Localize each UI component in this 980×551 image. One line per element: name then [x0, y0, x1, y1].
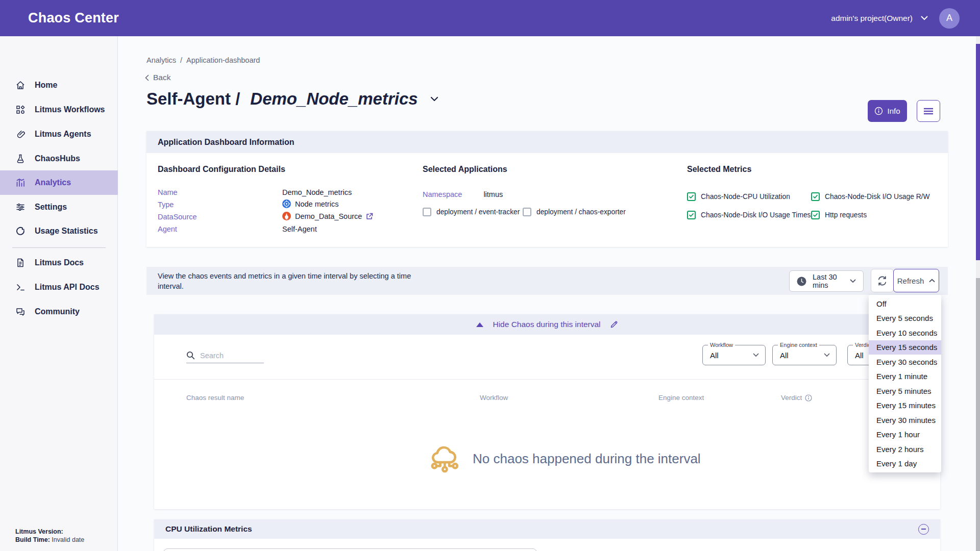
- refresh-now-button[interactable]: [871, 269, 894, 292]
- sidebar-item-usage-statistics[interactable]: Usage Statistics: [0, 219, 118, 243]
- menu-item-every-5-seconds[interactable]: Every 5 seconds: [869, 311, 941, 326]
- refresh-interval-dropdown[interactable]: Refresh: [893, 269, 939, 292]
- name-label: Name: [158, 188, 178, 196]
- chevron-down-icon: [850, 279, 856, 283]
- analytics-icon: [15, 178, 26, 188]
- dashboard-options-button[interactable]: [917, 100, 940, 122]
- config-details-title: Dashboard Configuration Details: [158, 165, 285, 174]
- checkbox-unchecked[interactable]: [423, 208, 431, 216]
- column-workflow: Workflow: [480, 394, 508, 402]
- info-button[interactable]: Info: [868, 100, 907, 122]
- cpu-chart-panel: [163, 548, 537, 551]
- sidebar-item-settings[interactable]: Settings: [0, 195, 118, 219]
- workflows-icon: [15, 105, 26, 115]
- metric-checkbox-disk-rw[interactable]: Chaos-Node-Disk I/O Usage R/W: [811, 192, 929, 201]
- project-selector[interactable]: admin's project(Owner): [831, 14, 928, 23]
- scrollbar-thumb[interactable]: [976, 44, 980, 260]
- clock-icon: [797, 277, 806, 286]
- menu-item-every-2-hours[interactable]: Every 2 hours: [869, 442, 941, 457]
- sidebar-item-chaoshubs[interactable]: ChaosHubs: [0, 146, 118, 171]
- menu-item-every-1-day[interactable]: Every 1 day: [869, 457, 941, 471]
- selected-metrics-title: Selected Metrics: [687, 165, 751, 174]
- hide-chaos-toggle[interactable]: Hide Chaos during this interval: [493, 320, 600, 329]
- document-icon: [15, 258, 26, 268]
- checkbox-checked[interactable]: [811, 211, 820, 219]
- engine-context-filter-label: Engine context: [778, 342, 819, 348]
- metric-checkbox-http[interactable]: Http requests: [811, 211, 867, 219]
- collapse-triangle-icon[interactable]: [476, 322, 483, 327]
- breadcrumb-application-dashboard: Application-dashboard: [186, 56, 260, 64]
- avatar[interactable]: A: [939, 8, 960, 29]
- engine-context-filter-value: All: [780, 351, 824, 360]
- app-title: Chaos Center: [28, 10, 119, 26]
- dashboard-info-panel-header: Application Dashboard Information: [146, 131, 948, 153]
- back-button[interactable]: Back: [145, 73, 170, 82]
- dashboard-switcher-chevron[interactable]: [430, 96, 438, 102]
- info-circle-icon[interactable]: [805, 394, 812, 402]
- namespace-value: litmus: [483, 190, 503, 198]
- checkbox-unchecked[interactable]: [523, 208, 531, 216]
- sidebar-item-home[interactable]: Home: [0, 73, 118, 97]
- checkbox-checked[interactable]: [811, 192, 820, 201]
- menu-item-every-1-hour[interactable]: Every 1 hour: [869, 428, 941, 442]
- scrollbar-track-lower[interactable]: [976, 278, 980, 551]
- sidebar-item-analytics[interactable]: Analytics: [0, 170, 118, 195]
- hamburger-icon: [923, 108, 934, 115]
- chaos-center-app: Chaos Center admin's project(Owner) A Ho…: [0, 0, 980, 551]
- sidebar-footer: Litmus Version: Build Time: Invalid date: [15, 528, 84, 544]
- sidebar-divider: [12, 247, 106, 248]
- time-range-value: Last 30 mins: [813, 273, 844, 289]
- menu-item-every-5-minutes[interactable]: Every 5 minutes: [869, 384, 941, 398]
- metric-checkbox-cpu[interactable]: Chaos-Node-CPU Utilization: [687, 192, 790, 201]
- app-checkbox-event-tracker[interactable]: deployment / event-tracker: [423, 208, 520, 216]
- menu-item-every-1-minute[interactable]: Every 1 minute: [869, 369, 941, 384]
- menu-item-every-15-minutes[interactable]: Every 15 minutes: [869, 398, 941, 413]
- workflow-filter[interactable]: Workflow All: [702, 345, 766, 365]
- community-icon: [15, 307, 26, 317]
- menu-item-every-30-seconds[interactable]: Every 30 seconds: [869, 355, 941, 369]
- type-label: Type: [158, 201, 174, 209]
- edit-pencil-icon[interactable]: [610, 320, 618, 329]
- menu-item-every-15-seconds[interactable]: Every 15 seconds: [869, 340, 941, 355]
- engine-context-filter[interactable]: Engine context All: [772, 345, 837, 365]
- empty-state: No chaos happened during the interval: [429, 442, 701, 475]
- name-value: Demo_Node_metrics: [282, 188, 352, 196]
- sidebar-item-community[interactable]: Community: [0, 299, 118, 324]
- search-input[interactable]: [200, 352, 256, 360]
- refresh-interval-menu: Off Every 5 seconds Every 10 seconds Eve…: [869, 295, 941, 472]
- home-icon: [15, 80, 26, 90]
- empty-state-message: No chaos happened during the interval: [473, 451, 701, 467]
- menu-item-every-30-minutes[interactable]: Every 30 minutes: [869, 413, 941, 428]
- interval-description: View the chaos events and metrics in a g…: [158, 271, 433, 291]
- time-range-select[interactable]: Last 30 mins: [789, 270, 864, 292]
- sidebar-item-litmus-agents[interactable]: Litmus Agents: [0, 122, 118, 146]
- divider: [154, 379, 940, 380]
- cloud-network-icon: [429, 442, 462, 475]
- type-value: Node metrics: [282, 199, 338, 208]
- checkbox-checked[interactable]: [687, 211, 696, 219]
- selected-applications-title: Selected Applications: [423, 165, 507, 174]
- column-chaos-result-name: Chaos result name: [186, 394, 244, 402]
- dashboard-info-panel: Application Dashboard Information Dashbo…: [146, 131, 948, 247]
- breadcrumb-analytics[interactable]: Analytics: [146, 56, 176, 64]
- app-checkbox-chaos-exporter[interactable]: deployment / chaos-exporter: [523, 208, 626, 216]
- cpu-utilization-card: CPU Utilization Metrics: [154, 519, 940, 551]
- chaos-results-card: Hide Chaos during this interval Workflow…: [154, 314, 940, 509]
- external-link-icon[interactable]: [366, 213, 373, 220]
- datasource-value: Demo_Data_Source: [282, 212, 373, 220]
- menu-item-off[interactable]: Off: [869, 296, 941, 311]
- checkbox-checked[interactable]: [687, 192, 696, 201]
- search-field[interactable]: [186, 351, 264, 363]
- menu-item-every-10-seconds[interactable]: Every 10 seconds: [869, 325, 941, 340]
- chaos-toggle-header: Hide Chaos during this interval: [154, 314, 940, 335]
- sidebar-item-litmus-docs[interactable]: Litmus Docs: [0, 251, 118, 275]
- collapse-minus-icon[interactable]: [918, 524, 929, 535]
- breadcrumb: Analytics / Application-dashboard: [146, 56, 260, 64]
- chevron-left-icon: [145, 74, 149, 81]
- workflow-filter-value: All: [710, 351, 753, 360]
- namespace-row: Namespace litmus: [423, 190, 503, 198]
- sidebar: Home Litmus Workflows Litmus Agents Chao…: [0, 36, 118, 551]
- sidebar-item-litmus-workflows[interactable]: Litmus Workflows: [0, 97, 118, 122]
- sidebar-item-litmus-api-docs[interactable]: Litmus API Docs: [0, 275, 118, 299]
- metric-checkbox-disk-times[interactable]: Chaos-Node-Disk I/O Usage Times: [687, 211, 811, 219]
